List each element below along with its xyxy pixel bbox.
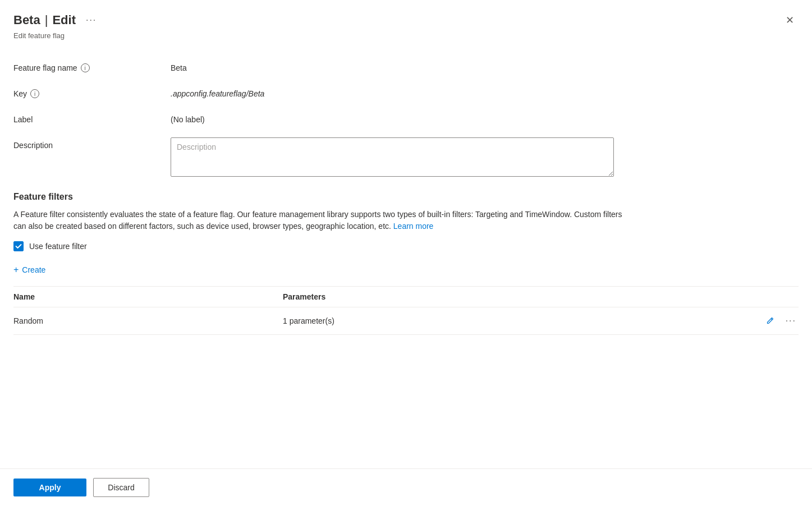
- filters-table: Name Parameters Random 1 parameter(s): [13, 286, 799, 335]
- feature-flag-name-info-icon: i: [81, 63, 90, 72]
- use-feature-filter-label: Use feature filter: [29, 242, 87, 251]
- row-name: Random: [13, 316, 283, 325]
- section-title: Feature filters: [13, 192, 799, 202]
- pencil-icon: [765, 316, 774, 325]
- use-feature-filter-row[interactable]: Use feature filter: [13, 241, 799, 251]
- create-filter-button[interactable]: + Create: [13, 263, 45, 277]
- panel-body: Feature flag name i Beta Key i .appconfi…: [0, 49, 812, 468]
- close-button[interactable]: ✕: [781, 11, 799, 29]
- checkmark-icon: [15, 243, 22, 250]
- label-label: Label: [13, 112, 171, 124]
- title-beta: Beta: [13, 13, 40, 27]
- more-filter-actions-button[interactable]: ···: [783, 315, 799, 327]
- row-parameters: 1 parameter(s): [283, 316, 763, 325]
- panel-title: Beta | Edit: [13, 13, 76, 27]
- panel-footer: Apply Discard: [0, 468, 812, 506]
- edit-filter-button[interactable]: [763, 314, 777, 328]
- learn-more-link[interactable]: Learn more: [393, 222, 434, 231]
- table-row: Random 1 parameter(s) ···: [13, 307, 799, 335]
- row-actions: ···: [763, 314, 799, 328]
- apply-button[interactable]: Apply: [13, 479, 86, 496]
- col-name-header: Name: [13, 292, 283, 301]
- key-value: .appconfig.featureflag/Beta: [171, 86, 799, 98]
- section-description: A Feature filter consistently evaluates …: [13, 209, 631, 232]
- key-label: Key i: [13, 86, 171, 98]
- discard-button[interactable]: Discard: [93, 478, 149, 497]
- key-row: Key i .appconfig.featureflag/Beta: [13, 86, 799, 98]
- feature-flag-name-row: Feature flag name i Beta: [13, 60, 799, 72]
- label-value: (No label): [171, 112, 799, 124]
- feature-flag-name-value: Beta: [171, 60, 799, 72]
- description-row: Description: [13, 137, 799, 178]
- feature-flag-name-label: Feature flag name i: [13, 60, 171, 72]
- panel-subtitle: Edit feature flag: [13, 31, 799, 40]
- edit-panel: Beta | Edit ··· ✕ Edit feature flag Feat…: [0, 0, 812, 506]
- title-edit: Edit: [52, 13, 76, 27]
- panel-header: Beta | Edit ··· ✕ Edit feature flag: [0, 0, 812, 49]
- table-header: Name Parameters: [13, 287, 799, 307]
- panel-title-left: Beta | Edit ···: [13, 13, 97, 27]
- section-description-text: A Feature filter consistently evaluates …: [13, 210, 622, 231]
- close-icon: ✕: [786, 14, 794, 26]
- description-input-wrapper: [171, 137, 799, 178]
- plus-icon: +: [13, 265, 19, 275]
- use-feature-filter-checkbox[interactable]: [13, 241, 24, 251]
- col-params-header: Parameters: [283, 292, 799, 301]
- create-label: Create: [22, 265, 45, 274]
- title-separator: |: [45, 13, 48, 27]
- description-input[interactable]: [171, 137, 614, 177]
- key-info-icon: i: [30, 89, 39, 98]
- label-row: Label (No label): [13, 112, 799, 124]
- feature-filters-section: Feature filters A Feature filter consist…: [13, 192, 799, 335]
- description-label: Description: [13, 137, 171, 150]
- more-options-icon[interactable]: ···: [86, 15, 97, 25]
